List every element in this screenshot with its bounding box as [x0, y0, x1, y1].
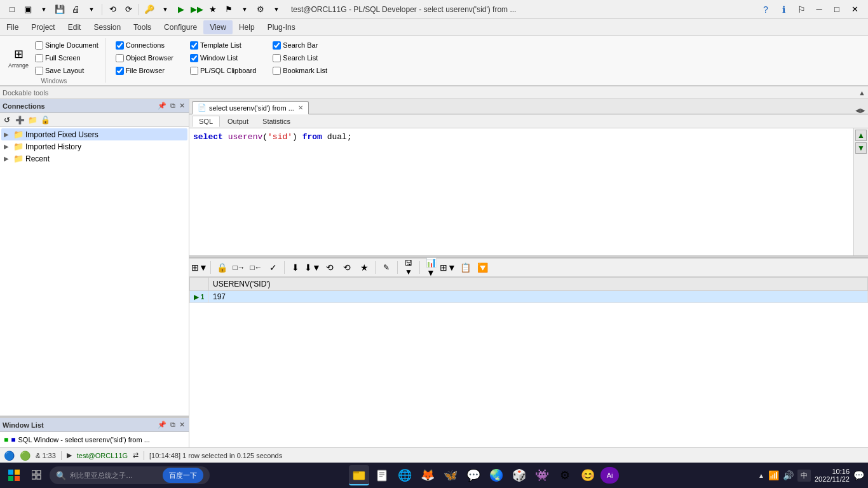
tree-item-recent[interactable]: ▶ 📁 Recent	[1, 152, 187, 165]
result-chart-btn[interactable]: 📊▼	[423, 260, 438, 275]
feedback-btn[interactable]: ⚐	[793, 1, 810, 18]
scroll-up-btn[interactable]: ▲	[855, 130, 867, 141]
connections-check[interactable]: Connections	[112, 39, 177, 51]
full-screen-checkbox[interactable]	[35, 54, 43, 62]
full-screen-check[interactable]: Full Screen	[32, 52, 102, 64]
folder-btn[interactable]: 📁	[27, 114, 38, 126]
scroll-down-btn[interactable]: ▼	[855, 142, 867, 154]
template-list-checkbox[interactable]	[190, 41, 198, 50]
panel-close-icon[interactable]: ✕	[178, 101, 186, 111]
result-refresh-btn[interactable]: ⟲	[322, 260, 337, 275]
new-btn[interactable]: □	[5, 3, 19, 17]
undo-btn[interactable]: ⟲	[105, 3, 119, 17]
tab-sql[interactable]: SQL	[192, 116, 220, 127]
taskbar-app-dice[interactable]: 🎲	[509, 465, 529, 485]
file-browser-checkbox[interactable]	[116, 67, 124, 75]
result-import-btn[interactable]: □←	[248, 260, 264, 275]
plsql-clipboard-check[interactable]: PL/SQL Clipboard	[187, 65, 259, 76]
bookmark-list-check[interactable]: Bookmark List	[269, 65, 330, 76]
panel-header-controls[interactable]: 📌 ⧉ ✕	[156, 101, 186, 111]
refresh-btn[interactable]: ↺	[1, 114, 13, 126]
menu-file[interactable]: File	[0, 20, 25, 34]
tab-statistics[interactable]: Statistics	[256, 116, 297, 126]
wl-panel-close-icon[interactable]: ✕	[178, 420, 186, 430]
single-document-checkbox[interactable]	[35, 41, 43, 50]
menu-edit[interactable]: Edit	[62, 20, 88, 34]
taskbar-app-game[interactable]: 👾	[532, 465, 552, 485]
result-edit-btn[interactable]: ✎	[379, 260, 394, 275]
tab-scroll-left[interactable]: ◀	[855, 107, 860, 114]
window-list-panel-header[interactable]: Window List 📌 ⧉ ✕	[0, 418, 189, 432]
tree-item-imported-history[interactable]: ▶ 📁 Imported History	[1, 140, 187, 152]
save-layout-checkbox[interactable]	[35, 67, 43, 75]
menu-view[interactable]: View	[203, 20, 233, 34]
sql-tab[interactable]: 📄 select userenv('sid') from ... ✕	[192, 101, 309, 114]
taskbar-search[interactable]: 🔍 百度一下	[50, 466, 210, 484]
sql-editor[interactable]: select userenv('sid') from dual;	[189, 128, 853, 255]
result-grid[interactable]: USERENV('SID') ▶ 1 197	[189, 277, 868, 447]
file-browser-check[interactable]: File Browser	[112, 65, 177, 76]
run-all-btn[interactable]: ▶▶	[190, 3, 204, 17]
window-list-item[interactable]: ■ ■ SQL Window - select userenv('sid') f…	[1, 433, 187, 446]
wl-panel-float-icon[interactable]: ⧉	[169, 420, 177, 430]
tab-output[interactable]: Output	[221, 116, 255, 126]
taskbar-app-firefox[interactable]: 🦊	[417, 465, 438, 485]
menu-configure[interactable]: Configure	[158, 20, 203, 34]
result-star-btn[interactable]: ★	[356, 260, 372, 275]
baidu-btn[interactable]: 百度一下	[163, 468, 203, 483]
taskbar-search-input[interactable]	[70, 471, 159, 479]
search-bar-checkbox[interactable]	[273, 41, 281, 50]
wl-panel-header-controls[interactable]: 📌 ⧉ ✕	[156, 420, 186, 430]
print-btn[interactable]: 🖨	[69, 3, 83, 17]
save-btn[interactable]: 💾	[53, 3, 67, 17]
result-export-btn[interactable]: □→	[231, 260, 247, 275]
window-list-check[interactable]: Window List	[187, 52, 259, 64]
taskbar-app-settings[interactable]: ⚙	[555, 465, 575, 485]
taskbar-app-chat[interactable]: 💬	[463, 465, 484, 485]
window-controls[interactable]: ? ℹ ⚐ ─ □ ✕	[757, 1, 863, 18]
dropdown2-btn[interactable]: ▼	[85, 3, 98, 17]
gear-btn[interactable]: ⚙	[254, 3, 268, 17]
flag-btn[interactable]: ⚑	[222, 3, 236, 17]
taskbar-app-smiley[interactable]: 😊	[578, 465, 598, 485]
panel-float-icon[interactable]: ⧉	[169, 101, 177, 111]
result-lock-btn[interactable]: 🔒	[214, 260, 229, 275]
menu-session[interactable]: Session	[87, 20, 127, 34]
dropdown4-btn[interactable]: ▼	[238, 3, 252, 17]
tree-item-imported-fixed[interactable]: ▶ 📁 Imported Fixed Users	[1, 128, 187, 140]
lock-btn[interactable]: 🔓	[39, 114, 51, 126]
taskbar-clock[interactable]: 10:16 2022/11/22	[815, 468, 850, 483]
window-list-checkbox[interactable]	[190, 54, 198, 62]
result-grid-btn[interactable]: ⊞▼	[440, 260, 456, 275]
tab-scroll-right[interactable]: ▶	[860, 107, 865, 114]
minimize-btn[interactable]: ─	[811, 1, 827, 18]
info-btn[interactable]: ℹ	[775, 1, 792, 18]
maximize-btn[interactable]: □	[829, 1, 845, 18]
result-filter-btn[interactable]: 🔽	[475, 260, 490, 275]
search-bar-check[interactable]: Search Bar	[269, 39, 330, 51]
dropdown1-btn[interactable]: ▼	[37, 3, 51, 17]
plsql-clipboard-checkbox[interactable]	[190, 67, 198, 75]
arrange-btn[interactable]: ⊞ Arrange	[6, 41, 31, 74]
collapse-arrow[interactable]: ▲	[858, 89, 865, 97]
redo-btn[interactable]: ⟳	[121, 3, 135, 17]
bookmark-list-checkbox[interactable]	[273, 67, 281, 75]
object-browser-check[interactable]: Object Browser	[112, 52, 177, 64]
connections-checkbox[interactable]	[116, 41, 124, 50]
result-layout-btn[interactable]: ⊞▼	[192, 260, 207, 275]
taskbar-app-butterfly[interactable]: 🦋	[440, 465, 461, 485]
result-clipboard-btn[interactable]: 📋	[458, 260, 473, 275]
start-btn[interactable]	[4, 465, 24, 485]
taskbar-app-explorer[interactable]	[349, 465, 369, 485]
object-browser-checkbox[interactable]	[116, 54, 124, 62]
search-list-check[interactable]: Search List	[269, 52, 330, 64]
dropdown5-btn[interactable]: ▼	[269, 3, 283, 17]
connections-panel-header[interactable]: Connections 📌 ⧉ ✕	[0, 99, 189, 113]
close-btn[interactable]: ✕	[846, 1, 863, 18]
help-btn[interactable]: ?	[757, 1, 774, 18]
result-down-dropdown-btn[interactable]: ⬇▼	[305, 260, 320, 275]
taskbar-app-browser[interactable]: 🌏	[486, 465, 506, 485]
tab-close-btn[interactable]: ✕	[298, 104, 303, 111]
menu-plugins[interactable]: Plug-Ins	[261, 20, 302, 34]
table-row[interactable]: ▶ 1 197	[190, 291, 868, 303]
